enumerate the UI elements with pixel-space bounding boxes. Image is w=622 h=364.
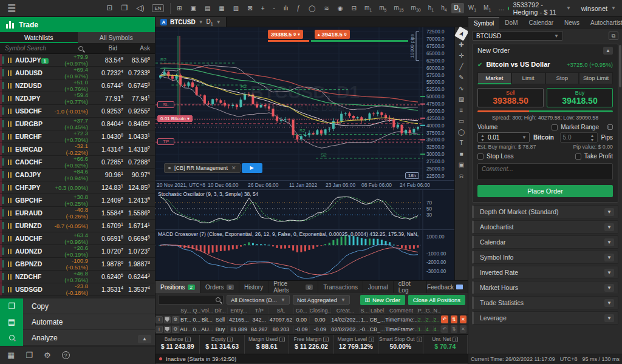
- positions-search-input[interactable]: [158, 295, 224, 305]
- sell-button[interactable]: Sell 39388.50: [477, 88, 544, 107]
- info-icon[interactable]: i: [607, 124, 613, 130]
- accordion-trade-statistics[interactable]: Trade Statistics▼: [472, 296, 618, 309]
- chevron-down-icon[interactable]: ▼: [566, 5, 571, 11]
- accordion-symbol-info[interactable]: Symbol Info▼: [472, 251, 618, 264]
- watchlist-row-USDSGD[interactable]: USDSGD-23.8 (-0.18%)1.353141.35374: [0, 283, 155, 296]
- volume-stepper[interactable]: ▲▼0.01▼: [477, 132, 530, 143]
- take-profit-checkbox[interactable]: [575, 153, 581, 160]
- watchlist-row-CADJPY[interactable]: CADJPY+84.6 (+0.94%)90.96190.974: [0, 169, 155, 181]
- cbot-play-button[interactable]: ▶: [242, 163, 262, 173]
- chevron-down-icon[interactable]: ▼: [604, 269, 614, 277]
- accordion-leverage[interactable]: Leverage▼: [472, 311, 618, 325]
- place-order-button[interactable]: Place Order: [477, 185, 613, 197]
- column-header[interactable]: Dir...: [213, 308, 228, 314]
- range-stepper[interactable]: 5.0▲▼: [560, 132, 598, 143]
- collapse-menu-icon[interactable]: ▲: [138, 335, 151, 343]
- watchlist-row-CADCHF[interactable]: CADCHF+66.6 (+0.92%)0.728510.72884: [0, 156, 155, 169]
- timeframe-D1[interactable]: D1: [451, 3, 464, 13]
- grid-settings-icon[interactable]: ⊟: [347, 0, 361, 16]
- info-icon[interactable]: i: [185, 337, 191, 342]
- chart-window-icon[interactable]: ▣: [186, 0, 200, 16]
- new-order-header[interactable]: New Order ▲: [473, 44, 618, 56]
- timeframe-W1[interactable]: W1: [465, 3, 479, 13]
- accordion-market-hours[interactable]: Market Hours▼: [472, 281, 618, 294]
- symbol-select-dropdown[interactable]: BTCUSD▼: [472, 31, 563, 41]
- info-icon[interactable]: i: [279, 337, 285, 342]
- aggregate-filter-dropdown[interactable]: Not Aggregated▼: [293, 295, 350, 305]
- column-header[interactable]: Co...: [294, 308, 310, 314]
- watchlist-row-AUDCHF[interactable]: AUDCHF+63.4 (+0.96%)0.669180.66945: [0, 232, 155, 245]
- camera-tool-icon[interactable]: ▣: [456, 160, 467, 170]
- timeframe-M1[interactable]: M1: [480, 3, 494, 13]
- tab-history[interactable]: History: [239, 281, 268, 293]
- entry-tag[interactable]: 0.01 Bitcoin ▾: [157, 115, 193, 122]
- tab-autochartist[interactable]: Autochartist: [585, 17, 622, 29]
- order-type-limit[interactable]: Limit: [511, 72, 545, 84]
- hatch-tool-icon[interactable]: ▨: [456, 94, 467, 104]
- column-header[interactable]: N...: [434, 308, 442, 314]
- column-header[interactable]: Closing...: [310, 308, 332, 314]
- watchlist-row-NZDJPY[interactable]: NZDJPY+59.4 (+0.77%)77.91877.941: [0, 92, 155, 105]
- settings-icon[interactable]: ⚙: [44, 351, 51, 360]
- column-header[interactable]: S/L: [268, 308, 294, 314]
- fx-icon[interactable]: ƒ: [293, 0, 305, 16]
- trade-watch-icon[interactable]: ▦: [7, 351, 15, 360]
- stop-loss-checkbox[interactable]: [477, 153, 484, 160]
- cbot-label[interactable]: [CB] RR Management✕: [164, 163, 241, 173]
- column-header[interactable]: Sy...: [180, 308, 193, 314]
- info-icon[interactable]: i: [323, 337, 329, 342]
- feedback-button[interactable]: Feedback: [427, 284, 468, 291]
- menu-icon[interactable]: ☰: [0, 0, 23, 16]
- info-icon[interactable]: i: [453, 337, 458, 342]
- windows-icon[interactable]: ❐: [26, 351, 33, 360]
- double-position-button[interactable]: ⇅: [451, 325, 457, 333]
- quick-buy-chip[interactable]: ▴39418.50: [315, 30, 350, 39]
- layout-active-icon[interactable]: ▥: [229, 0, 243, 16]
- lines-list-tool-icon[interactable]: ≡: [456, 105, 467, 115]
- column-header[interactable]: Q...: [193, 308, 201, 314]
- reverse-position-button[interactable]: ↶: [441, 315, 448, 323]
- order-type-stop[interactable]: Stop: [545, 72, 579, 84]
- tab-transactions[interactable]: Transactions: [318, 281, 363, 293]
- reverse-position-button[interactable]: ↶: [441, 325, 448, 333]
- protection-icon[interactable]: [164, 326, 171, 333]
- new-chart-icon[interactable]: ⊞: [173, 0, 186, 16]
- chevron-down-icon[interactable]: ▼: [604, 208, 614, 216]
- objects-icon[interactable]: ◯: [304, 0, 320, 16]
- macd-pane[interactable]: 1000.00-1000.00-2000.00-3000.00 MACD Cro…: [156, 229, 454, 280]
- info-icon[interactable]: i: [156, 326, 163, 333]
- close-position-button[interactable]: ✕: [460, 315, 466, 323]
- watchlist-row-NZDCHF[interactable]: NZDCHF+46.8 (+0.76%)0.624050.62443: [0, 271, 155, 283]
- column-header[interactable]: Entry...: [228, 308, 251, 314]
- watchlist-row-GBPCHF[interactable]: GBPCHF+30.8 (+0.25%)1.240991.24139: [0, 194, 155, 207]
- tab-positions[interactable]: Positions2: [156, 281, 200, 293]
- layout-grid-icon[interactable]: ▤: [200, 0, 214, 16]
- time-axis[interactable]: 20 Nov 2021, UTC+810 Dec 06:0026 Dec 06:…: [156, 180, 454, 189]
- pencil-tool-icon[interactable]: ✎: [456, 72, 467, 83]
- trendline-tool-icon[interactable]: ╱: [456, 61, 467, 72]
- pointer-tool-icon[interactable]: ➤: [454, 26, 469, 41]
- column-header[interactable]: G...: [426, 308, 434, 314]
- layout-multi-icon[interactable]: ▦: [214, 0, 228, 16]
- watchlist-row-AUDNZD[interactable]: AUDNZD+20.6 (+0.19%)1.072071.07237: [0, 245, 155, 258]
- timeframe-m30[interactable]: m30: [408, 3, 424, 13]
- watchlist-row-NZDUSD[interactable]: NZDUSD+51.0 (+0.76%)0.674450.67458: [0, 79, 155, 92]
- column-header[interactable]: Creat...: [331, 308, 360, 314]
- ellipse-tool-icon[interactable]: ◯: [456, 127, 467, 137]
- watchlist-row-EURCAD[interactable]: EURCAD-32.1 (-0.22%)1.431461.43182: [0, 143, 155, 156]
- watchlist-row-EURGBP[interactable]: EURGBP+37.7 (+0.45%)0.840430.84058: [0, 118, 155, 130]
- watchlist-row-AUDJPY[interactable]: AUDJPY1+79.9 (+0.97%)83.54983.566: [0, 54, 155, 67]
- watchlist-row-EURNZD[interactable]: EURNZD-8.7 (-0.05%)1.670911.67141: [0, 220, 155, 232]
- position-row[interactable]: i⚙BT...0...Bit...Sell42165...342...47097…: [156, 315, 468, 325]
- chevron-down-icon[interactable]: ▼: [604, 284, 614, 292]
- column-header[interactable]: Label: [370, 308, 386, 314]
- chevron-down-icon[interactable]: ▼: [611, 5, 616, 11]
- alert-bell-tool-icon[interactable]: ⍾: [456, 170, 467, 181]
- settings-icon[interactable]: ⚙: [172, 326, 179, 333]
- market-range-checkbox[interactable]: [552, 124, 558, 130]
- close-all-positions-button[interactable]: Close All Positions: [408, 295, 465, 305]
- chevron-down-icon[interactable]: ▼: [604, 254, 614, 261]
- crosshair-tool-icon[interactable]: ✚: [456, 39, 467, 50]
- chevron-down-icon[interactable]: ▼: [604, 314, 614, 322]
- comment-input[interactable]: [477, 163, 613, 180]
